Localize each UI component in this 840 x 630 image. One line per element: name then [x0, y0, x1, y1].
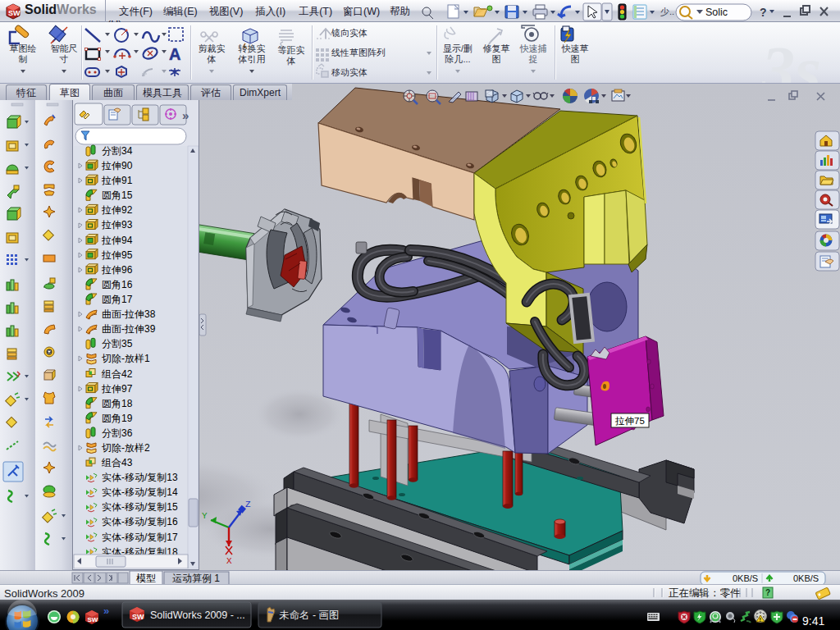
svg-text:0KB/S: 0KB/S	[793, 573, 819, 583]
svg-text:9:41: 9:41	[802, 614, 824, 628]
svg-text:!: !	[760, 617, 761, 623]
svg-text:圆角16: 圆角16	[102, 279, 133, 290]
svg-text:分割35: 分割35	[102, 338, 133, 349]
svg-text:拉伸75: 拉伸75	[614, 416, 645, 426]
svg-text:组合43: 组合43	[101, 457, 133, 468]
svg-text:0KB/S: 0KB/S	[733, 573, 758, 583]
svg-text:圆角17: 圆角17	[102, 294, 133, 305]
svg-text:拉伸96: 拉伸96	[101, 264, 133, 276]
svg-text:A: A	[169, 45, 180, 63]
svg-text:圆角18: 圆角18	[102, 398, 133, 409]
svg-text:实体-移动/复制17: 实体-移动/复制17	[102, 532, 178, 543]
svg-text:正在编辑：零件: 正在编辑：零件	[669, 587, 741, 599]
svg-text:X: X	[226, 556, 232, 566]
svg-text:拉伸90: 拉伸90	[101, 160, 133, 171]
svg-text:曲面-拉伸39: 曲面-拉伸39	[102, 323, 156, 335]
svg-text:»: »	[103, 605, 109, 617]
svg-text:运动算例 1: 运动算例 1	[172, 573, 220, 584]
svg-text:SW: SW	[8, 9, 21, 17]
svg-text:SW: SW	[132, 613, 144, 621]
svg-text:拉伸93: 拉伸93	[101, 219, 133, 231]
svg-text:分割34: 分割34	[102, 145, 133, 157]
svg-text:拉伸97: 拉伸97	[101, 383, 133, 395]
svg-text:»: »	[182, 108, 189, 122]
svg-text:切除-放样1: 切除-放样1	[101, 353, 150, 364]
svg-text:模型: 模型	[136, 573, 156, 584]
svg-text:组合42: 组合42	[101, 368, 133, 380]
svg-text:实体-移动/复制15: 实体-移动/复制15	[102, 501, 178, 513]
svg-text:实体-移动/复制16: 实体-移动/复制16	[102, 516, 178, 527]
svg-text:曲面-拉伸38: 曲面-拉伸38	[102, 308, 156, 320]
svg-text:?: ?	[765, 588, 770, 597]
svg-text:圆角15: 圆角15	[102, 189, 133, 201]
svg-text:圆角19: 圆角19	[102, 413, 133, 424]
svg-text:Y: Y	[202, 511, 208, 521]
svg-text:拉伸95: 拉伸95	[101, 249, 133, 261]
svg-text:少..: 少..	[660, 7, 674, 16]
svg-text:Z: Z	[245, 500, 251, 509]
svg-text:实体-移动/复制14: 实体-移动/复制14	[102, 486, 178, 498]
svg-text:拉伸94: 拉伸94	[101, 235, 133, 246]
svg-text:拉伸91: 拉伸91	[101, 175, 133, 186]
svg-text:?: ?	[760, 6, 767, 19]
svg-text:3s: 3s	[760, 33, 821, 83]
svg-text:Solic: Solic	[705, 7, 728, 18]
svg-text:拉伸92: 拉伸92	[101, 204, 133, 216]
svg-text:分割36: 分割36	[102, 427, 133, 439]
svg-text:切除-放样2: 切除-放样2	[101, 442, 150, 454]
svg-text:SolidWorks 2009 - ...: SolidWorks 2009 - ...	[150, 609, 245, 621]
svg-text:SW: SW	[88, 616, 98, 623]
svg-text:未命名 - 画图: 未命名 - 画图	[279, 609, 340, 621]
svg-text:实体-移动/复制13: 实体-移动/复制13	[102, 472, 178, 483]
